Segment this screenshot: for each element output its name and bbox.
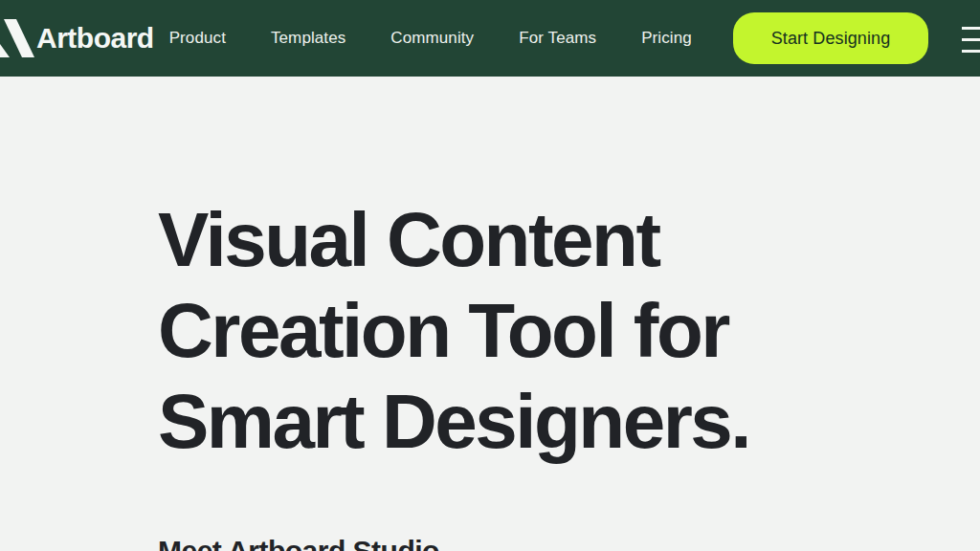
start-designing-button[interactable]: Start Designing [733,12,928,64]
hero-heading-line-3: Smart Designers. [158,376,749,467]
main-nav: Product Templates Community For Teams Pr… [169,29,692,48]
hero-heading: Visual Content Creation Tool for Smart D… [158,194,749,467]
top-navigation-bar: Artboard Product Templates Community For… [0,0,980,77]
menu-bar-bottom [962,50,980,53]
artboard-logo-text: Artboard [36,0,154,77]
menu-bar-middle [962,38,980,41]
hero-heading-line-1: Visual Content [158,194,749,285]
landing-page: Artboard Product Templates Community For… [0,0,980,551]
nav-item-templates[interactable]: Templates [271,29,345,48]
menu-bar-top [962,27,980,30]
nav-item-for-teams[interactable]: For Teams [519,29,596,48]
hero-heading-line-2: Creation Tool for [158,285,749,376]
artboard-logo[interactable]: Artboard [0,0,154,77]
nav-item-community[interactable]: Community [390,29,474,48]
nav-item-pricing[interactable]: Pricing [641,29,692,48]
artboard-a-mark-icon [0,19,34,57]
nav-item-product[interactable]: Product [169,29,226,48]
hamburger-menu-icon[interactable] [962,24,980,53]
hero-subheading: Meet Artboard Studio [158,535,439,551]
